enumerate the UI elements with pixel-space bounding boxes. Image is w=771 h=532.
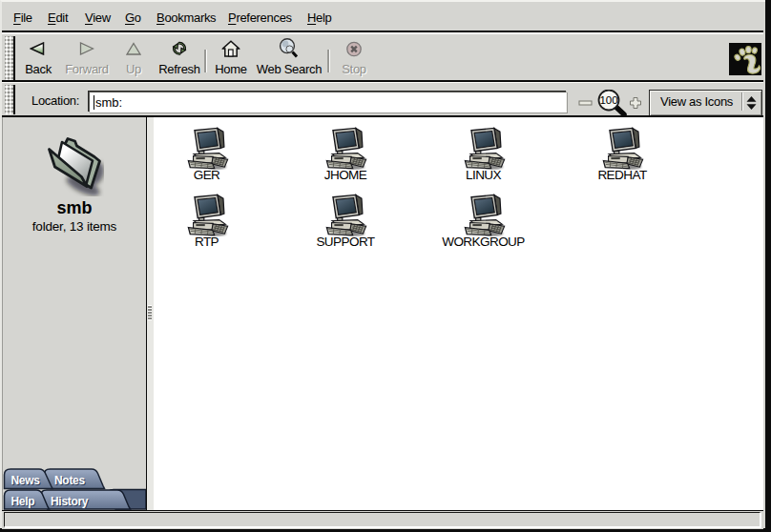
svg-text:Notes: Notes xyxy=(54,474,85,487)
svg-text:History: History xyxy=(51,495,89,508)
svg-text:Help: Help xyxy=(11,495,35,508)
svg-text:News: News xyxy=(11,474,41,487)
svg-text:100: 100 xyxy=(599,94,617,106)
